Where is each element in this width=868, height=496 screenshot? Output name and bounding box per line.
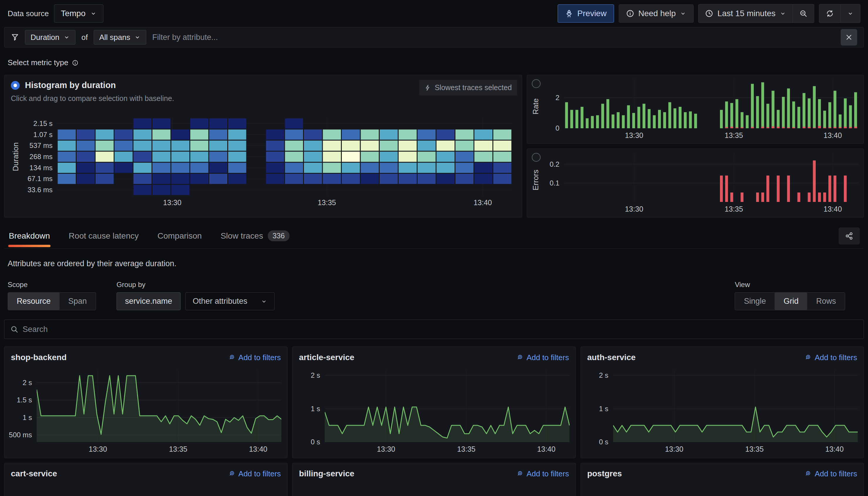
service-latency-chart[interactable]: 2 s1 s0 s13:3013:3513:40 (585, 370, 858, 455)
errors-chart[interactable]: 0.20.1 13:3013:3513:40 (543, 153, 858, 215)
rate-plot[interactable] (564, 79, 858, 128)
x-axis-tick: 13:35 (725, 131, 743, 140)
metric-panels: Histogram by duration Click and drag to … (4, 75, 864, 217)
scope-group: Scope Resource Span (7, 281, 96, 310)
rate-chart[interactable]: 20 13:3013:3513:40 (543, 79, 858, 142)
add-to-filters-label: Add to filters (527, 469, 569, 478)
service-card: postgresAdd to filters (580, 463, 864, 496)
metric-type-row: Select metric type (7, 58, 868, 67)
x-axis-tick: 13:35 (169, 445, 187, 453)
search-bar (4, 320, 864, 339)
y-axis-tick: 537 ms (29, 141, 52, 150)
histogram-chart[interactable]: Duration 2.15 s1.07 s537 ms268 ms134 ms6… (9, 118, 512, 210)
chart-plot[interactable] (325, 370, 569, 442)
selection-badge-label: Slowest traces selected (435, 83, 512, 92)
chart-x-axis: 13:3013:3513:40 (37, 442, 281, 455)
chevron-down-icon (261, 298, 267, 305)
view-option-rows[interactable]: Rows (807, 293, 845, 310)
tab-root-cause-latency[interactable]: Root cause latency (68, 227, 139, 248)
group-by-service-name-button[interactable]: service.name (117, 292, 181, 310)
y-axis-tick: 2 s (599, 371, 608, 379)
service-name: article-service (299, 353, 354, 362)
y-axis-tick: 268 ms (29, 153, 52, 161)
view-option-grid[interactable]: Grid (775, 293, 807, 310)
close-icon (845, 33, 853, 41)
errors-panel: Errors 0.20.1 13:3013:3513:40 (527, 149, 864, 217)
filter-scope-select[interactable]: All spans (94, 30, 147, 45)
service-card: auth-serviceAdd to filters2 s1 s0 s13:30… (580, 346, 864, 458)
rocket-icon (565, 10, 573, 18)
x-axis-tick: 13:40 (249, 445, 268, 453)
service-card-header: auth-serviceAdd to filters (581, 347, 864, 365)
need-help-button[interactable]: Need help (619, 4, 694, 22)
filter-funnel-icon (11, 33, 19, 41)
service-card: billing-serviceAdd to filters (292, 463, 576, 496)
slow-traces-count-badge: 336 (268, 230, 290, 241)
search-input[interactable] (22, 325, 858, 334)
tab-breakdown[interactable]: Breakdown (8, 227, 50, 248)
chart-x-axis: 13:3013:3513:40 (613, 442, 858, 455)
info-circle-icon[interactable] (72, 60, 78, 66)
view-label: View (735, 281, 845, 289)
chevron-down-icon (847, 10, 854, 17)
breakdown-description: Attributes are ordered by their average … (7, 259, 861, 268)
rate-panel: Rate 20 13:3013:3513:40 (527, 75, 864, 144)
preview-button[interactable]: Preview (558, 4, 614, 22)
chart-x-axis: 13:3013:3513:40 (325, 442, 569, 455)
filter-field-select[interactable]: Duration (25, 30, 75, 45)
other-attributes-select[interactable]: Other attributes (185, 292, 275, 310)
data-source-picker[interactable]: Tempo (54, 4, 103, 22)
add-to-filters-icon (805, 470, 812, 477)
scope-option-resource[interactable]: Resource (8, 293, 60, 310)
scope-option-span[interactable]: Span (60, 293, 96, 310)
chart-y-axis: 2 s1 s0 s (296, 370, 325, 442)
service-card: shop-backendAdd to filters2 s1.5 s1 s500… (4, 346, 288, 458)
tab-bar: Breakdown Root cause latency Comparison … (4, 226, 864, 249)
add-to-filters-button[interactable]: Add to filters (805, 353, 857, 362)
add-to-filters-button[interactable]: Add to filters (517, 353, 569, 362)
add-to-filters-button[interactable]: Add to filters (229, 469, 281, 478)
tab-slow-traces[interactable]: Slow traces 336 (220, 226, 290, 248)
filter-scope-value: All spans (99, 33, 131, 42)
x-axis-tick: 13:40 (824, 131, 842, 140)
service-card: cart-serviceAdd to filters (4, 463, 288, 496)
x-axis-tick: 13:30 (163, 198, 181, 207)
add-to-filters-label: Add to filters (814, 353, 857, 362)
add-to-filters-button[interactable]: Add to filters (229, 353, 281, 362)
x-axis-tick: 13:30 (377, 445, 395, 453)
view-group: View Single Grid Rows (735, 281, 845, 310)
y-axis-tick: 67.1 ms (28, 175, 52, 183)
zoom-out-button[interactable] (793, 4, 814, 22)
refresh-interval-button[interactable] (840, 4, 860, 22)
tab-comparison[interactable]: Comparison (157, 227, 202, 248)
add-to-filters-button[interactable]: Add to filters (805, 469, 857, 478)
share-button[interactable] (839, 228, 860, 245)
errors-plot[interactable] (564, 153, 858, 202)
histogram-plot[interactable] (57, 118, 512, 196)
tab-breakdown-label: Breakdown (9, 231, 50, 241)
service-latency-chart[interactable]: 2 s1.5 s1 s500 ms13:3013:3513:40 (9, 370, 281, 455)
other-attributes-label: Other attributes (193, 297, 247, 306)
zoom-out-icon (799, 10, 808, 18)
refresh-button[interactable] (819, 4, 840, 22)
service-latency-chart[interactable]: 2 s1 s0 s13:3013:3513:40 (296, 370, 569, 455)
chart-plot[interactable] (37, 370, 281, 442)
errors-axis-label: Errors (531, 170, 540, 190)
y-axis-tick: 1.07 s (33, 130, 52, 139)
info-circle-icon (626, 10, 634, 18)
view-segmented-control: Single Grid Rows (735, 292, 845, 310)
y-axis-tick: 2.15 s (33, 120, 52, 128)
x-axis-tick: 13:35 (318, 198, 336, 207)
y-axis-tick: 1.5 s (17, 396, 32, 404)
add-to-filters-button[interactable]: Add to filters (517, 469, 569, 478)
chart-plot[interactable] (613, 370, 858, 442)
tab-root-cause-latency-label: Root cause latency (69, 231, 139, 241)
add-to-filters-label: Add to filters (239, 353, 281, 362)
histogram-radio[interactable] (11, 81, 20, 90)
view-option-single[interactable]: Single (735, 293, 775, 310)
filter-attribute-input[interactable]: Filter by attribute... (152, 33, 218, 42)
x-axis-tick: 13:40 (474, 198, 492, 207)
clear-filter-button[interactable] (841, 29, 857, 46)
y-axis-tick: 0 s (599, 438, 608, 446)
time-range-button[interactable]: Last 15 minutes (699, 4, 793, 22)
